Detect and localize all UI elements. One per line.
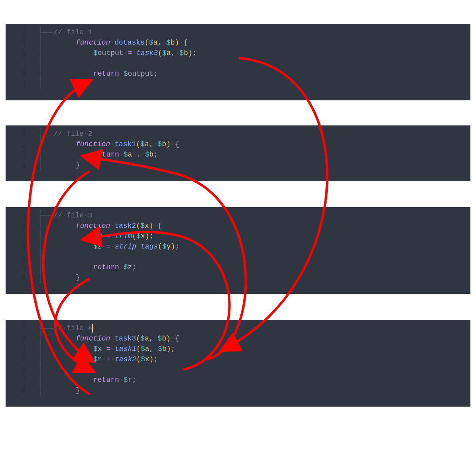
token-paren: ) [166,140,171,148]
code-line [6,364,470,375]
token-comment: 2 [88,130,92,138]
code-line: function·task3($a,·$b)·{ [6,333,470,344]
token-funccall: trim [115,232,132,240]
token-paren: ( [136,355,141,363]
token-dollar-var: a [167,49,171,57]
token-comment: 1 [88,28,92,36]
token-ws: · [110,243,115,250]
token-ws: · [110,222,114,230]
token-funcname: task2 [114,222,136,230]
token-ws: · [119,151,124,159]
token-sigil: $ [93,355,98,363]
token-comment: file [67,324,84,332]
token-sigil: $ [124,151,128,159]
token-keywordret: return [93,263,119,271]
code-line: function·task1($a,·$b)·{ [6,139,470,149]
token-comment: // [53,130,62,138]
token-punc: , [149,335,153,342]
code-line: ———//·file·1 [6,27,470,37]
token-dollar-var: a [145,140,149,148]
token-funccall: task1 [115,345,136,353]
token-dollar-var: x [145,355,149,363]
token-paren: ) [167,345,171,353]
token-dollar-var: b [171,39,175,47]
token-ws: · [110,232,115,240]
token-comment: // [53,28,62,36]
token-paren: ( [132,232,136,240]
token-ws: · [62,324,67,332]
token-dash: ——— [41,211,53,219]
token-keyword: function [76,335,110,342]
token-sigil: $ [149,39,153,47]
token-ws: · [110,140,114,148]
token-dash: ——— [41,28,53,36]
token-dollar-var: b [162,335,166,342]
token-sigil: $ [93,49,98,57]
token-funcname: task3 [114,335,136,342]
token-funccall: task2 [115,355,136,363]
token-ws: · [171,335,175,342]
token-ws: · [124,49,128,57]
token-dollar-var: a [145,345,149,353]
token-keyword: function [76,222,110,230]
token-op: = [106,232,110,240]
token-paren: ) [145,232,149,240]
token-paren: ) [188,49,193,57]
token-ws: · [62,211,67,219]
token-paren: ( [136,222,140,230]
token-paren: ( [145,39,149,47]
token-dollar-var: b [162,345,167,353]
token-comment: file [67,28,84,36]
token-dollar-var: x [145,222,149,230]
token-var: z [98,243,102,250]
token-ws: · [102,232,106,240]
token-punc: ; [149,232,154,240]
code-line: function·task2($x)·{ [6,221,470,231]
token-var: x [98,345,102,353]
token-var: z [128,263,132,271]
token-paren: ) [175,39,179,47]
token-sigil: $ [140,140,145,148]
token-punc: ; [132,376,136,384]
token-ws: · [119,376,124,384]
token-funcname: dotasks [114,39,145,47]
token-ws: · [62,130,67,138]
token-brace: { [183,39,188,47]
token-ws: · [84,130,88,138]
token-dollar-var: a [128,151,132,159]
token-sigil: $ [93,232,98,240]
code-line: $x·=·task1($a,·$b); [6,344,470,354]
token-paren: ) [149,222,153,230]
token-paren: ( [136,345,141,353]
token-ws: · [84,211,88,219]
token-sigil: $ [158,345,162,353]
token-var: r [128,376,132,384]
token-ws: · [119,70,124,78]
code-line: } [6,385,470,395]
token-ws: · [153,140,158,148]
token-funcname: task1 [114,140,136,148]
code-line [6,58,470,68]
token-punc: , [149,345,154,353]
token-sigil: $ [141,345,145,353]
token-sigil: $ [140,222,145,230]
token-ws: · [175,49,179,57]
token-sigil: $ [145,151,149,159]
token-punc: ; [153,70,158,78]
token-punc: , [157,39,162,47]
token-punc: ; [132,263,136,271]
code-block-file-4: ———//·file·4function·task3($a,·$b)·{$x·=… [6,320,470,407]
token-op: = [106,345,110,353]
token-op: = [106,355,110,363]
token-dollar-var: x [141,232,145,240]
token-dollar-var: a [145,335,149,342]
token-brace: { [157,222,162,230]
token-ws: · [102,345,106,353]
code-line: function·dotasks($a,·$b)·{ [6,37,470,48]
token-punc: ; [153,355,158,363]
token-brace: } [76,274,80,282]
token-paren: ( [136,140,140,148]
token-ws: · [110,39,114,47]
token-paren: ( [136,335,140,342]
token-sigil: $ [124,376,128,384]
